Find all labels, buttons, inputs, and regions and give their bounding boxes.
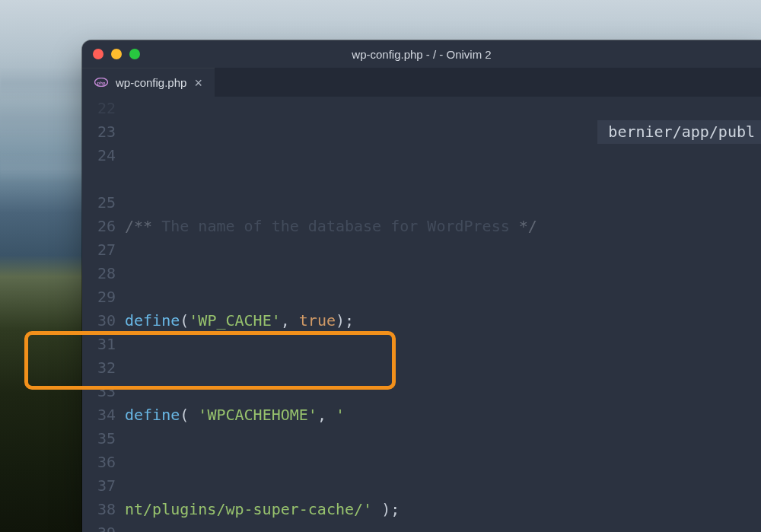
svg-text:php: php <box>97 80 106 84</box>
code-area[interactable]: bernier/app/publ /** The name of the dat… <box>125 97 761 532</box>
code-line: define( 'WPCACHEHOME', ' <box>125 403 761 427</box>
code-line: define('WP_CACHE', true); <box>125 309 761 333</box>
tab-bar: php wp-config.php × <box>82 68 761 97</box>
close-window-button[interactable] <box>93 49 103 59</box>
minimize-window-button[interactable] <box>111 49 122 59</box>
tab-wp-config[interactable]: php wp-config.php × <box>82 68 215 97</box>
editor-window: wp-config.php - / - Onivim 2 php wp-conf… <box>82 40 761 532</box>
code-editor[interactable]: 222324252627282930313233343536373839 ber… <box>82 97 761 532</box>
code-line: nt/plugins/wp-super-cache/' ); <box>125 498 761 521</box>
path-breadcrumb: bernier/app/publ <box>597 120 761 144</box>
traffic-lights <box>93 49 140 59</box>
code-line: /** The name of the database for WordPre… <box>125 215 761 238</box>
titlebar: wp-config.php - / - Onivim 2 <box>82 40 761 68</box>
line-number-gutter: 222324252627282930313233343536373839 <box>82 97 125 532</box>
window-title: wp-config.php - / - Onivim 2 <box>82 48 761 61</box>
tab-close-icon[interactable]: × <box>194 76 202 90</box>
php-file-icon: php <box>94 77 108 89</box>
zoom-window-button[interactable] <box>129 49 140 59</box>
tab-filename: wp-config.php <box>116 76 186 89</box>
